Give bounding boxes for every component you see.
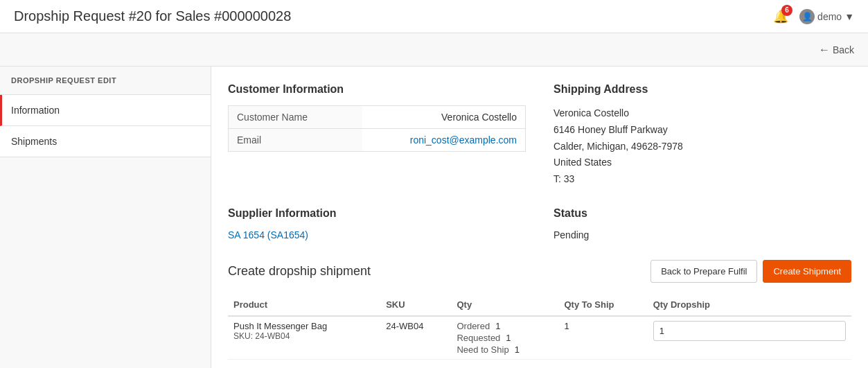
- shipment-section: Create dropship shipment Back to Prepare…: [228, 260, 851, 360]
- notification-badge: 6: [781, 5, 792, 16]
- requested-label: Requested: [457, 333, 500, 343]
- sidebar: DROPSHIP REQUEST EDIT Information Shipme…: [0, 67, 211, 368]
- main-layout: DROPSHIP REQUEST EDIT Information Shipme…: [0, 67, 868, 368]
- chevron-down-icon: ▼: [844, 11, 854, 22]
- address-line-2: 6146 Honey Bluff Parkway: [553, 122, 851, 139]
- notification-bell[interactable]: 🔔 6: [773, 9, 788, 24]
- qty-to-ship-cell: 1: [558, 316, 647, 360]
- col-qty: Qty: [451, 294, 558, 316]
- user-label: demo: [817, 11, 842, 22]
- back-link[interactable]: ← Back: [819, 44, 854, 56]
- sidebar-item-information[interactable]: Information: [0, 95, 211, 126]
- table-row: Push It Messenger Bag SKU: 24-WB04 24-WB…: [228, 316, 851, 360]
- user-menu[interactable]: 👤 demo ▼: [799, 9, 854, 24]
- sidebar-section-title: DROPSHIP REQUEST EDIT: [0, 67, 211, 95]
- table-row: Customer Name Veronica Costello: [229, 106, 526, 129]
- shipping-address-section: Shipping Address Veronica Costello 6146 …: [553, 83, 851, 188]
- address-block: Veronica Costello 6146 Honey Bluff Parkw…: [553, 105, 851, 188]
- email-link[interactable]: roni_cost@example.com: [410, 134, 517, 146]
- sku-cell: 24-WB04: [380, 316, 451, 360]
- sub-header: ← Back: [0, 33, 868, 67]
- col-sku: SKU: [380, 294, 451, 316]
- email-label: Email: [229, 129, 362, 152]
- address-line-4: United States: [553, 155, 851, 171]
- qty-requested-line: Requested 1: [457, 333, 553, 343]
- need-ship-val: 1: [515, 344, 520, 355]
- need-ship-label: Need to Ship: [457, 344, 508, 355]
- supplier-link[interactable]: SA 1654 (SA1654): [228, 229, 308, 240]
- status-section: Status Pending: [553, 207, 851, 240]
- table-header-row: Product SKU Qty Qty To Ship Qty Dropship: [228, 294, 851, 316]
- top-right-controls: 🔔 6 👤 demo ▼: [773, 9, 854, 24]
- product-cell: Push It Messenger Bag SKU: 24-WB04: [228, 316, 380, 360]
- supplier-info-heading: Supplier Information: [228, 207, 526, 220]
- page-title: Dropship Request #20 for Sales #00000002…: [14, 8, 291, 24]
- content-area: Customer Information Customer Name Veron…: [211, 67, 868, 368]
- action-buttons: Back to Prepare Fulfil Create Shipment: [650, 260, 851, 283]
- supplier-status-row: Supplier Information SA 1654 (SA1654) St…: [228, 207, 851, 240]
- col-product: Product: [228, 294, 380, 316]
- customer-shipping-row: Customer Information Customer Name Veron…: [228, 83, 851, 188]
- address-line-5: T: 33: [553, 171, 851, 188]
- qty-ordered-line: Ordered 1: [457, 321, 553, 331]
- shipment-section-title: Create dropship shipment: [228, 264, 371, 279]
- back-to-prepare-button[interactable]: Back to Prepare Fulfil: [650, 260, 757, 283]
- requested-val: 1: [506, 333, 511, 343]
- address-line-1: Veronica Costello: [553, 105, 851, 122]
- col-qty-to-ship: Qty To Ship: [558, 294, 647, 316]
- customer-info-heading: Customer Information: [228, 83, 526, 96]
- col-qty-dropship: Qty Dropship: [648, 294, 851, 316]
- ordered-val: 1: [495, 321, 500, 331]
- qty-dropship-cell: [648, 316, 851, 360]
- customer-info-table: Customer Name Veronica Costello Email ro…: [228, 105, 526, 152]
- qty-dropship-input[interactable]: [653, 321, 846, 341]
- sidebar-item-shipments[interactable]: Shipments: [0, 126, 211, 157]
- status-value: Pending: [553, 229, 851, 240]
- table-row: Email roni_cost@example.com: [229, 129, 526, 152]
- back-label: Back: [833, 44, 854, 55]
- create-shipment-button[interactable]: Create Shipment: [763, 260, 851, 283]
- customer-name-value: Veronica Costello: [362, 106, 526, 129]
- shipment-header-row: Create dropship shipment Back to Prepare…: [228, 260, 851, 283]
- qty-lines: Ordered 1 Requested 1 Need to Ship 1: [457, 321, 553, 355]
- supplier-info-section: Supplier Information SA 1654 (SA1654): [228, 207, 526, 240]
- product-sku-display: SKU: 24-WB04: [233, 331, 375, 341]
- email-value: roni_cost@example.com: [362, 129, 526, 152]
- shipping-address-heading: Shipping Address: [553, 83, 851, 96]
- status-heading: Status: [553, 207, 851, 220]
- top-header: Dropship Request #20 for Sales #00000002…: [0, 0, 868, 33]
- address-line-3: Calder, Michigan, 49628-7978: [553, 139, 851, 155]
- product-name: Push It Messenger Bag: [233, 321, 375, 331]
- avatar: 👤: [799, 9, 815, 24]
- qty-need-ship-line: Need to Ship 1: [457, 344, 553, 355]
- qty-cell: Ordered 1 Requested 1 Need to Ship 1: [451, 316, 558, 360]
- ordered-label: Ordered: [457, 321, 490, 331]
- customer-info-section: Customer Information Customer Name Veron…: [228, 83, 526, 188]
- back-arrow-icon: ←: [819, 44, 830, 56]
- products-table: Product SKU Qty Qty To Ship Qty Dropship…: [228, 294, 851, 360]
- customer-name-label: Customer Name: [229, 106, 362, 129]
